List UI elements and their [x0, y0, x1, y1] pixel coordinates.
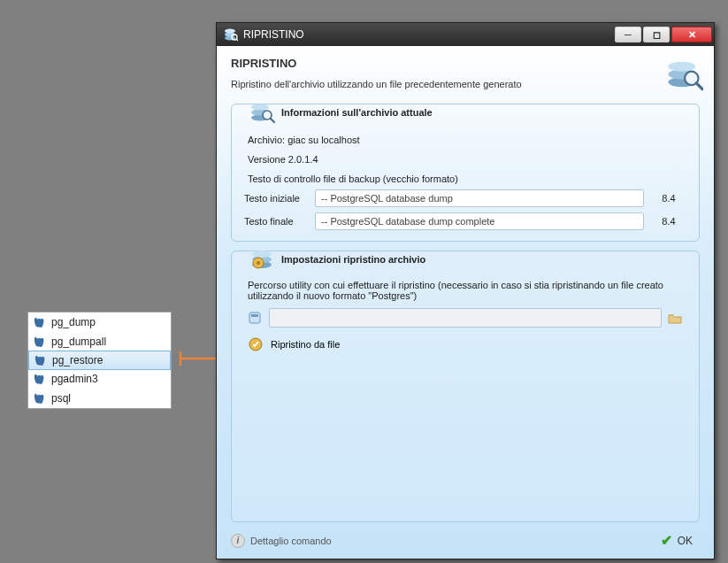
database-gear-icon — [249, 246, 276, 273]
restore-from-file-label[interactable]: Ripristino da file — [271, 339, 340, 350]
postgres-icon — [34, 316, 46, 328]
window-client: RIPRISTINO Ripristino dell'archivio util… — [217, 46, 714, 559]
svg-point-2 — [225, 29, 235, 34]
close-button[interactable]: ✕ — [671, 27, 712, 42]
database-search-icon — [249, 99, 276, 126]
ripristino-window: RIPRISTINO ─ ◻ ✕ RIPRISTINO Ripristino d… — [216, 22, 715, 559]
menu-item-label: psql — [51, 392, 71, 405]
final-text-input[interactable] — [315, 212, 644, 230]
menu-item-pg_restore[interactable]: pg_restore — [28, 351, 171, 370]
version-label: Versione 2.0.1.4 — [248, 154, 683, 165]
row-final-text: Testo finale 8.4 — [244, 212, 686, 230]
svg-point-19 — [257, 261, 260, 265]
panel-title: Informazioni sull'archivio attuale — [276, 107, 433, 118]
check-icon: ✔ — [661, 532, 672, 549]
menu-item-pg_dump[interactable]: pg_dump — [28, 312, 171, 332]
svg-point-7 — [668, 62, 695, 72]
maximize-icon: ◻ — [653, 30, 661, 40]
minimize-icon: ─ — [625, 30, 632, 40]
dialog-footer: i Dettaglio comando ✔ OK — [231, 522, 700, 551]
svg-line-14 — [271, 119, 274, 122]
utility-path-input[interactable] — [269, 308, 662, 328]
page-subtitle: Ripristino dell'archivio utilizzando un … — [231, 79, 655, 89]
close-icon: ✕ — [688, 30, 696, 40]
panel-title: Impostazioni ripristino archivio — [276, 254, 425, 265]
menu-item-psql[interactable]: psql — [28, 389, 171, 408]
postgres-icon — [34, 392, 46, 405]
initial-text-version: 8.4 — [651, 193, 686, 204]
svg-line-4 — [236, 39, 238, 41]
context-menu: pg_dump pg_dumpall pg_restore pgadmin3 p… — [27, 312, 172, 409]
row-initial-text: Testo iniziale 8.4 — [244, 189, 686, 207]
restore-file-icon — [248, 336, 264, 352]
svg-rect-21 — [251, 314, 258, 317]
utility-path-desc: Percorso utility con cui effettuare il r… — [248, 280, 683, 301]
window-icon — [224, 27, 238, 42]
initial-text-input[interactable] — [315, 189, 644, 207]
detail-command-button[interactable]: i Dettaglio comando — [231, 534, 332, 548]
menu-item-pgadmin3[interactable]: pgadmin3 — [28, 369, 171, 389]
titlebar[interactable]: RIPRISTINO ─ ◻ ✕ — [217, 23, 714, 46]
archive-label: Archivio: giac su localhost — [248, 135, 683, 145]
check-text-label: Testo di controllo file di backup (vecch… — [248, 174, 683, 184]
detail-command-label: Dettaglio comando — [250, 536, 332, 546]
initial-text-label: Testo iniziale — [244, 193, 315, 204]
menu-item-label: pg_dumpall — [51, 335, 106, 348]
panel-archive-info: Informazioni sull'archivio attuale Archi… — [231, 104, 700, 242]
svg-rect-20 — [249, 312, 260, 323]
postgres-icon — [34, 354, 47, 366]
svg-line-9 — [696, 83, 702, 89]
postgres-icon — [34, 335, 46, 348]
postgres-icon — [34, 373, 46, 385]
ok-label: OK — [678, 535, 693, 547]
app-icon — [248, 310, 264, 326]
folder-browse-icon[interactable] — [667, 310, 683, 326]
window-title: RIPRISTINO — [243, 28, 613, 41]
minimize-button[interactable]: ─ — [615, 27, 641, 42]
menu-item-label: pg_restore — [52, 354, 103, 366]
page-title: RIPRISTINO — [231, 57, 655, 70]
database-search-icon — [664, 55, 703, 94]
ok-button[interactable]: ✔ OK — [654, 529, 700, 551]
svg-point-12 — [251, 104, 269, 111]
panel-restore-settings: Impostazioni ripristino archivio Percors… — [231, 251, 700, 522]
maximize-button[interactable]: ◻ — [643, 27, 670, 42]
final-text-label: Testo finale — [244, 216, 315, 227]
final-text-version: 8.4 — [651, 216, 686, 227]
svg-point-17 — [252, 251, 272, 258]
page-header: RIPRISTINO Ripristino dell'archivio util… — [231, 57, 700, 89]
menu-item-pg_dumpall[interactable]: pg_dumpall — [28, 332, 171, 351]
menu-item-label: pg_dump — [51, 316, 96, 328]
info-icon: i — [231, 534, 245, 548]
menu-item-label: pgadmin3 — [51, 373, 98, 385]
